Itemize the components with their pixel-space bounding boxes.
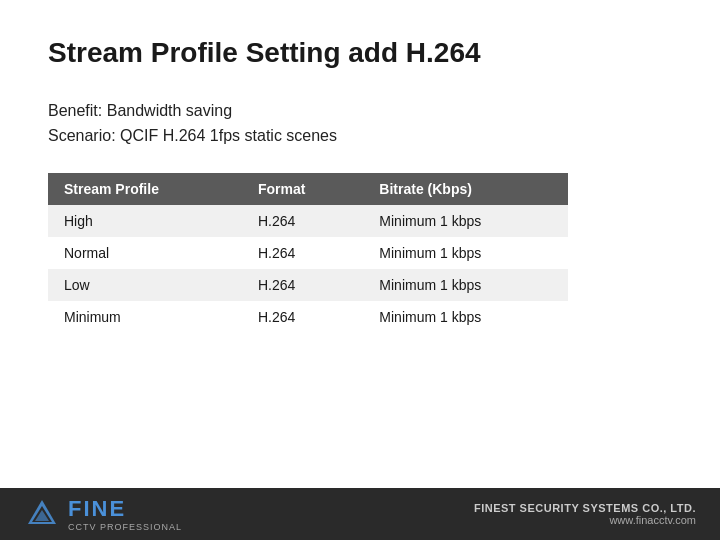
logo-subtitle: CCTV PROFESSIONAL bbox=[68, 522, 182, 532]
table-row: HighH.264Minimum 1 kbps bbox=[48, 205, 568, 237]
fine-logo-icon bbox=[24, 496, 60, 532]
footer-company: FINEST SECURITY SYSTEMS CO., LTD. bbox=[474, 502, 696, 514]
footer-url: www.finacctv.com bbox=[474, 514, 696, 526]
logo-fine: FINE bbox=[68, 496, 182, 522]
benefit-line1: Benefit: Bandwidth saving bbox=[48, 98, 672, 124]
cell-r2-c2: Minimum 1 kbps bbox=[363, 269, 568, 301]
cell-r0-c0: High bbox=[48, 205, 242, 237]
cell-r1-c1: H.264 bbox=[242, 237, 363, 269]
slide: Stream Profile Setting add H.264 Benefit… bbox=[0, 0, 720, 540]
logo-text-block: FINE CCTV PROFESSIONAL bbox=[68, 496, 182, 532]
footer-right: FINEST SECURITY SYSTEMS CO., LTD. www.fi… bbox=[474, 502, 696, 526]
cell-r3-c0: Minimum bbox=[48, 301, 242, 333]
cell-r3-c2: Minimum 1 kbps bbox=[363, 301, 568, 333]
col-header-format: Format bbox=[242, 173, 363, 205]
cell-r3-c1: H.264 bbox=[242, 301, 363, 333]
slide-content: Stream Profile Setting add H.264 Benefit… bbox=[0, 0, 720, 353]
table-row: MinimumH.264Minimum 1 kbps bbox=[48, 301, 568, 333]
cell-r1-c0: Normal bbox=[48, 237, 242, 269]
stream-profile-table: Stream Profile Format Bitrate (Kbps) Hig… bbox=[48, 173, 568, 333]
cell-r1-c2: Minimum 1 kbps bbox=[363, 237, 568, 269]
table-container: Stream Profile Format Bitrate (Kbps) Hig… bbox=[48, 173, 672, 333]
col-header-stream-profile: Stream Profile bbox=[48, 173, 242, 205]
cell-r2-c0: Low bbox=[48, 269, 242, 301]
cell-r2-c1: H.264 bbox=[242, 269, 363, 301]
cell-r0-c2: Minimum 1 kbps bbox=[363, 205, 568, 237]
col-header-bitrate: Bitrate (Kbps) bbox=[363, 173, 568, 205]
benefit-text: Benefit: Bandwidth saving Scenario: QCIF… bbox=[48, 98, 672, 149]
table-row: LowH.264Minimum 1 kbps bbox=[48, 269, 568, 301]
main-title: Stream Profile Setting add H.264 bbox=[48, 36, 672, 70]
footer-logo: FINE CCTV PROFESSIONAL bbox=[24, 496, 182, 532]
benefit-line2: Scenario: QCIF H.264 1fps static scenes bbox=[48, 123, 672, 149]
table-row: NormalH.264Minimum 1 kbps bbox=[48, 237, 568, 269]
footer: FINE CCTV PROFESSIONAL FINEST SECURITY S… bbox=[0, 488, 720, 540]
table-body: HighH.264Minimum 1 kbpsNormalH.264Minimu… bbox=[48, 205, 568, 333]
table-header-row: Stream Profile Format Bitrate (Kbps) bbox=[48, 173, 568, 205]
cell-r0-c1: H.264 bbox=[242, 205, 363, 237]
